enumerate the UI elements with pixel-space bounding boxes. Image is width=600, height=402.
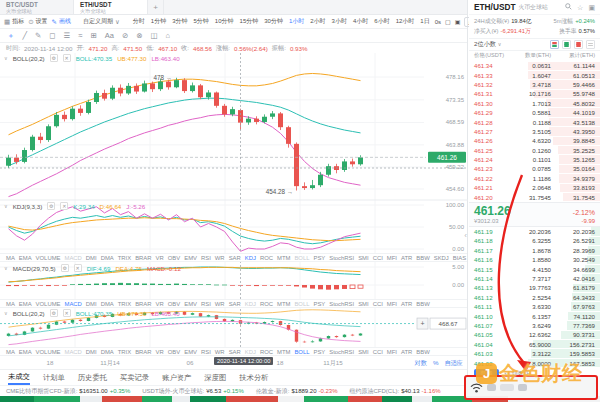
- settings-button[interactable]: ⊙设置: [28, 17, 47, 26]
- indicator-tab-sar[interactable]: SAR: [229, 349, 241, 355]
- indicator-tab-volume[interactable]: VOLUME: [36, 301, 61, 307]
- bottom-tab-买卖记录[interactable]: 买卖记录: [120, 370, 149, 385]
- indicator-close-icon[interactable]: ✕: [74, 264, 82, 272]
- indicator-tab-emv[interactable]: EMV: [184, 255, 197, 261]
- depth-layout-icon[interactable]: [586, 40, 595, 49]
- indicator-tab-wr[interactable]: WR: [215, 349, 225, 355]
- timeframe-6小时[interactable]: 6小时: [373, 17, 390, 26]
- indicator-settings-icon[interactable]: ⚙: [61, 264, 69, 272]
- bid-row-461.10[interactable]: 461.106.135774.1120: [469, 311, 600, 320]
- fibonacci-tool-icon[interactable]: ☰: [64, 31, 71, 40]
- ask-row-461.32[interactable]: 461.323.471859.4466: [469, 80, 600, 89]
- decimals-dropdown[interactable]: 2位小数 ∨: [474, 40, 501, 49]
- indicator-tab-trix[interactable]: TRIX: [118, 301, 131, 307]
- indicator-tab-macd[interactable]: MACD: [65, 349, 82, 355]
- indicator-close-icon[interactable]: ✕: [63, 309, 71, 317]
- indicator-tab-kdj[interactable]: KDJ: [245, 255, 256, 261]
- timeframe-10分钟[interactable]: 10分钟: [214, 17, 235, 26]
- collapse-icon[interactable]: ∨: [4, 310, 8, 316]
- text-tool-icon[interactable]: Aa: [105, 31, 114, 40]
- indicator-tab-boll[interactable]: BOLL: [294, 301, 309, 307]
- chart-area[interactable]: 478.16473.35468.59463.88459.22454.60100.…: [0, 53, 467, 356]
- indicator-tab-ema[interactable]: EMA: [19, 255, 32, 261]
- crosshair-tool-icon[interactable]: ＋: [7, 31, 15, 41]
- timeframe-5分钟[interactable]: 5分钟: [193, 17, 210, 26]
- indicator-tab-volume[interactable]: VOLUME: [36, 255, 61, 261]
- reset-view-icon[interactable]: ⌂: [166, 31, 171, 40]
- timeframe-30分钟[interactable]: 30分钟: [263, 17, 284, 26]
- timeframe-4小时[interactable]: 4小时: [352, 17, 369, 26]
- timeframe-3分钟[interactable]: 3分钟: [171, 17, 188, 26]
- indicator-tab-smi[interactable]: SMI: [358, 255, 368, 261]
- bid-row-461.13[interactable]: 461.1319.776361.8179: [469, 283, 600, 292]
- bottom-tab-深度图[interactable]: 深度图: [204, 370, 226, 385]
- ask-row-461.30[interactable]: 461.301.701345.8032: [469, 99, 600, 108]
- bottom-tab-计划单[interactable]: 计划单: [43, 370, 65, 385]
- brush-tool-icon[interactable]: ✎: [35, 31, 41, 40]
- timeframe-2小时[interactable]: 2小时: [309, 17, 326, 26]
- remove-drawing-icon[interactable]: ⊗: [136, 31, 142, 40]
- indicator-tab-rsi[interactable]: RSI: [201, 349, 211, 355]
- depth-mode-buy-icon[interactable]: [562, 40, 571, 49]
- indicator-tab-atr[interactable]: ATR: [401, 255, 412, 261]
- indicator-tab-atr[interactable]: ATR: [401, 349, 412, 355]
- timeframe-1分钟[interactable]: 1分钟: [150, 17, 167, 26]
- ask-row-461.22[interactable]: 461.221.118634.9379: [469, 174, 600, 183]
- indicator-tab-vr[interactable]: VR: [156, 255, 164, 261]
- indicator-tab-dmi[interactable]: DMI: [86, 255, 97, 261]
- ticker-item[interactable]: CME比特币期货CFD-新浪:$16351.00+0.35%: [6, 387, 130, 396]
- indicator-tab-macd[interactable]: MACD: [65, 301, 82, 307]
- draw-button[interactable]: ✎画线: [52, 17, 71, 26]
- eraser-tool-icon[interactable]: ⊘: [122, 31, 128, 40]
- indicator-tab-ema[interactable]: EMA: [19, 301, 32, 307]
- indicator-tab-dmi[interactable]: DMI: [86, 349, 97, 355]
- indicator-tab-mfi[interactable]: MFI: [387, 349, 397, 355]
- indicator-button[interactable]: ▦指标: [4, 17, 24, 26]
- ask-row-461.26[interactable]: 461.264.632039.8845: [469, 136, 600, 145]
- indicator-tab-obv[interactable]: OBV: [168, 349, 180, 355]
- ask-row-461.33[interactable]: 461.331.604761.0513: [469, 70, 600, 79]
- indicator-tab-stochrsi[interactable]: StochRSI: [329, 301, 354, 307]
- indicator-tab-bbw[interactable]: BBW: [416, 349, 429, 355]
- indicator-tab-bias[interactable]: BIAS: [453, 255, 466, 261]
- custom-period-dropdown[interactable]: 自定义周期∨: [83, 17, 120, 26]
- indicator-tab-roc[interactable]: ROC: [260, 349, 273, 355]
- indicator-close-icon[interactable]: ✕: [63, 54, 71, 62]
- timeframe-分时[interactable]: 分时: [132, 17, 146, 26]
- collapse-icon[interactable]: ∨: [4, 203, 8, 209]
- indicator-tab-cci[interactable]: CCI: [373, 349, 383, 355]
- collapse-icon[interactable]: ∨: [4, 265, 8, 271]
- collapse-panel-handle[interactable]: ‹: [464, 231, 467, 240]
- indicator-tab-skdj[interactable]: SKDJ: [434, 255, 449, 261]
- indicator-settings-icon[interactable]: ⚙: [47, 202, 55, 210]
- ask-row-461.34[interactable]: 461.340.063161.1144: [469, 61, 600, 70]
- split-view-icon[interactable]: ◫: [150, 31, 157, 40]
- indicator-tab-roc[interactable]: ROC: [260, 301, 273, 307]
- percent-scale-toggle[interactable]: %: [433, 359, 439, 368]
- ask-row-461.28[interactable]: 461.280.118843.5138: [469, 117, 600, 126]
- indicator-tab-kdj[interactable]: KDJ: [245, 301, 256, 307]
- indicator-tab-ma[interactable]: MA: [6, 301, 15, 307]
- fullscreen-icon[interactable]: ▢: [445, 18, 451, 25]
- indicator-tab-mtm[interactable]: MTM: [277, 349, 290, 355]
- ticker-item[interactable]: USDT场外-火币全球站:¥6.53+0.15%: [142, 387, 244, 396]
- indicator-tab-boll[interactable]: BOLL: [294, 255, 309, 261]
- indicator-tab-brar[interactable]: BRAR: [135, 349, 151, 355]
- indicator-tab-ema[interactable]: EMA: [19, 349, 32, 355]
- indicator-tab-macd[interactable]: MACD: [65, 255, 82, 261]
- ticker-item[interactable]: 纽约原油CFD(CL):$40.13-1.16%: [350, 387, 441, 396]
- indicator-tab-obv[interactable]: OBV: [168, 301, 180, 307]
- indicator-tab-boll[interactable]: BOLL: [294, 349, 309, 355]
- indicator-tab-mfi[interactable]: MFI: [387, 301, 397, 307]
- indicator-tab-brar[interactable]: BRAR: [135, 255, 151, 261]
- bid-row-461.16[interactable]: 461.161.858030.2549: [469, 255, 600, 264]
- last-price-block[interactable]: 461.26 -2.12% ¥3012.03 -9.99: [469, 202, 600, 227]
- bottom-tab-技术分析[interactable]: 技术分析: [239, 370, 268, 385]
- indicator-tab-ma[interactable]: MA: [6, 349, 15, 355]
- bid-row-461.14[interactable]: 461.147.371742.0416: [469, 274, 600, 283]
- indicator-tab-smi[interactable]: SMI: [358, 301, 368, 307]
- symbol-tab-eth-usdt[interactable]: ETH/USDT火币全球站: [74, 0, 148, 14]
- indicator-close-icon[interactable]: ✕: [60, 202, 68, 210]
- timeframe-1小时[interactable]: 1小时: [288, 17, 305, 26]
- ask-row-461.27[interactable]: 461.273.510543.3950: [469, 127, 600, 136]
